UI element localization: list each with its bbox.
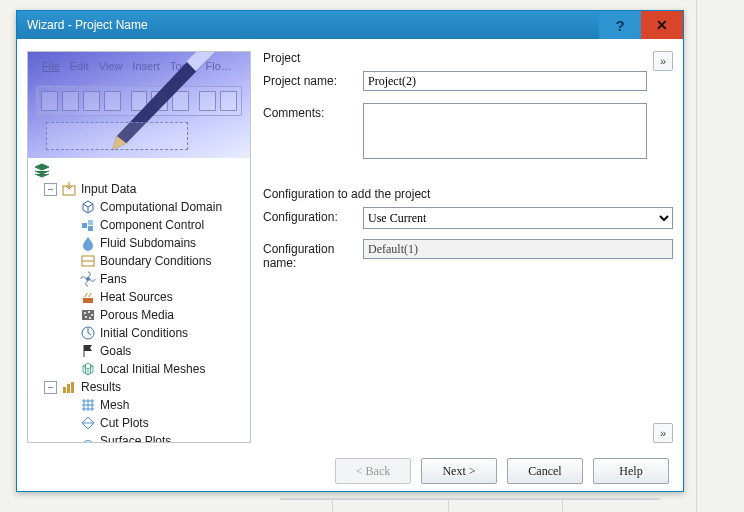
form-panel: » Project Project name: Comments: Config… bbox=[263, 51, 673, 443]
tree-component-control[interactable]: Component Control bbox=[34, 216, 248, 234]
tree-input-data[interactable]: – Input Data bbox=[34, 180, 248, 198]
bg-tick bbox=[562, 498, 563, 512]
svg-point-8 bbox=[86, 277, 90, 281]
close-titlebar-button[interactable] bbox=[641, 11, 683, 39]
svg-rect-17 bbox=[63, 387, 66, 393]
tree-porous-media[interactable]: Porous Media bbox=[34, 306, 248, 324]
wizard-dialog: Wizard - Project Name ? File Edit View I… bbox=[16, 10, 684, 492]
help-button[interactable]: Help bbox=[593, 458, 669, 484]
svg-point-12 bbox=[88, 311, 90, 313]
bg-tick bbox=[332, 498, 333, 512]
bg-tick bbox=[448, 498, 449, 512]
tree-local-initial-meshes[interactable]: Local Initial Meshes bbox=[34, 360, 248, 378]
tree-initial-conditions[interactable]: Initial Conditions bbox=[34, 324, 248, 342]
bg-divider bbox=[696, 0, 697, 512]
tree-heat-sources[interactable]: Heat Sources bbox=[34, 288, 248, 306]
tree-results[interactable]: – Results bbox=[34, 378, 248, 396]
expand-right-icon[interactable]: » bbox=[653, 51, 673, 71]
mesh-cube-icon bbox=[80, 361, 96, 377]
back-button: < Back bbox=[335, 458, 411, 484]
svg-point-13 bbox=[91, 314, 93, 316]
stack-icon bbox=[34, 163, 50, 179]
tree-boundary-conditions[interactable]: Boundary Conditions bbox=[34, 252, 248, 270]
grid-icon bbox=[80, 397, 96, 413]
window-title: Wizard - Project Name bbox=[17, 18, 148, 32]
bg-axis bbox=[280, 498, 660, 500]
heat-icon bbox=[80, 289, 96, 305]
svg-rect-6 bbox=[88, 226, 93, 231]
nav-tree[interactable]: – Input Data Computational Domain Compon… bbox=[28, 158, 250, 442]
project-name-input[interactable] bbox=[363, 71, 647, 91]
next-button[interactable]: Next > bbox=[421, 458, 497, 484]
droplet-icon bbox=[80, 235, 96, 251]
surface-plot-icon bbox=[80, 433, 96, 442]
comments-input[interactable] bbox=[363, 103, 647, 159]
svg-rect-18 bbox=[67, 384, 70, 393]
cut-plot-icon bbox=[80, 415, 96, 431]
svg-point-14 bbox=[85, 316, 87, 318]
results-icon bbox=[61, 379, 77, 395]
blocks-icon bbox=[80, 217, 96, 233]
group-project: Project bbox=[263, 51, 647, 65]
tree-root[interactable] bbox=[34, 162, 248, 180]
configuration-name-input bbox=[363, 239, 673, 259]
collapse-icon[interactable]: – bbox=[44, 381, 57, 394]
nav-panel: File Edit View Insert Tools Flo… bbox=[27, 51, 251, 443]
titlebar: Wizard - Project Name ? bbox=[17, 11, 683, 39]
initial-icon bbox=[80, 325, 96, 341]
tree-fans[interactable]: Fans bbox=[34, 270, 248, 288]
svg-rect-19 bbox=[71, 382, 74, 393]
label-configuration-name: Configuration name: bbox=[263, 239, 363, 270]
wire-cube-icon bbox=[80, 199, 96, 215]
label-configuration: Configuration: bbox=[263, 207, 363, 224]
expand-right-bottom-icon[interactable]: » bbox=[653, 423, 673, 443]
svg-rect-9 bbox=[83, 298, 93, 303]
collapse-icon[interactable]: – bbox=[44, 183, 57, 196]
svg-point-11 bbox=[84, 312, 86, 314]
tree-fluid-subdomains[interactable]: Fluid Subdomains bbox=[34, 234, 248, 252]
hero-selection-rect bbox=[46, 122, 188, 150]
help-titlebar-button[interactable]: ? bbox=[599, 11, 641, 39]
label-comments: Comments: bbox=[263, 103, 363, 120]
tree-cut-plots[interactable]: Cut Plots bbox=[34, 414, 248, 432]
tree-mesh[interactable]: Mesh bbox=[34, 396, 248, 414]
box-in-icon bbox=[61, 181, 77, 197]
label-project-name: Project name: bbox=[263, 71, 363, 88]
group-config: Configuration to add the project bbox=[263, 187, 673, 201]
boundary-icon bbox=[80, 253, 96, 269]
svg-rect-4 bbox=[82, 223, 87, 228]
fan-icon bbox=[80, 271, 96, 287]
wizard-footer: < Back Next > Cancel Help bbox=[17, 451, 683, 491]
tree-goals[interactable]: Goals bbox=[34, 342, 248, 360]
hero-graphic: File Edit View Insert Tools Flo… bbox=[28, 52, 250, 158]
configuration-select[interactable]: Use Current bbox=[363, 207, 673, 229]
svg-rect-5 bbox=[88, 220, 93, 225]
porous-icon bbox=[80, 307, 96, 323]
cancel-button[interactable]: Cancel bbox=[507, 458, 583, 484]
svg-point-15 bbox=[89, 317, 91, 319]
tree-surface-plots[interactable]: Surface Plots bbox=[34, 432, 248, 442]
flag-icon bbox=[80, 343, 96, 359]
tree-computational-domain[interactable]: Computational Domain bbox=[34, 198, 248, 216]
